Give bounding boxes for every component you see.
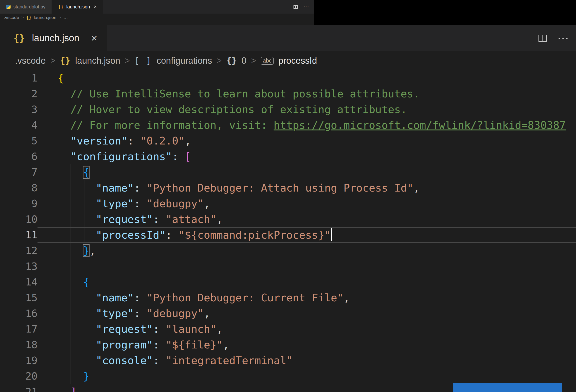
line-number[interactable]: 9 bbox=[0, 196, 37, 211]
code-token: : bbox=[153, 354, 166, 367]
line-number[interactable]: 13 bbox=[0, 259, 37, 274]
code-token: https://go.microsoft.com/fwlink/?linkid=… bbox=[274, 119, 566, 131]
split-editor-icon[interactable] bbox=[293, 5, 298, 9]
code-token bbox=[58, 182, 96, 194]
array-symbol-icon: [ ] bbox=[135, 56, 152, 66]
code-token: , bbox=[216, 323, 223, 335]
code-line[interactable]: 2 // Use IntelliSense to learn about pos… bbox=[0, 86, 576, 102]
line-content: // Use IntelliSense to learn about possi… bbox=[37, 86, 576, 102]
breadcrumb-item-processid[interactable]: processId bbox=[278, 56, 317, 66]
tab-launch-json-zoomed[interactable]: {} launch.json × bbox=[0, 25, 107, 51]
line-number[interactable]: 12 bbox=[0, 243, 37, 259]
line-number[interactable]: 4 bbox=[0, 117, 37, 133]
line-number[interactable]: 5 bbox=[0, 133, 37, 149]
close-icon[interactable]: × bbox=[91, 32, 97, 44]
line-number[interactable]: 7 bbox=[0, 164, 37, 180]
code-token: "type" bbox=[96, 307, 134, 320]
line-content: "program": "${file}", bbox=[37, 337, 576, 353]
line-content bbox=[37, 259, 576, 274]
line-number[interactable]: 8 bbox=[0, 180, 37, 196]
line-content: { bbox=[37, 164, 576, 180]
text-cursor bbox=[331, 228, 332, 241]
code-token: "name" bbox=[96, 182, 134, 194]
code-line[interactable]: 18 "program": "${file}", bbox=[0, 337, 576, 353]
code-token: // For more information, visit: bbox=[70, 119, 274, 131]
code-editor[interactable]: 1{2 // Use IntelliSense to learn about p… bbox=[0, 70, 576, 392]
tab-launch-json[interactable]: {} launch.json × bbox=[52, 0, 103, 14]
code-line[interactable]: 15 "name": "Python Debugger: Current Fil… bbox=[0, 290, 576, 306]
code-line[interactable]: 17 "request": "launch", bbox=[0, 321, 576, 337]
code-line[interactable]: 8 "name": "Python Debugger: Attach using… bbox=[0, 180, 576, 196]
code-line[interactable]: 11 "processId": "${command:pickProcess}" bbox=[0, 227, 576, 243]
code-line[interactable]: 21 ] bbox=[0, 384, 576, 392]
breadcrumb-item-file[interactable]: launch.json bbox=[75, 56, 120, 66]
code-token bbox=[58, 197, 96, 210]
code-token bbox=[58, 150, 70, 163]
breadcrumb-item-file[interactable]: launch.json bbox=[34, 15, 56, 20]
code-token bbox=[58, 229, 96, 241]
code-line[interactable]: 13 bbox=[0, 259, 576, 274]
line-number[interactable]: 6 bbox=[0, 149, 37, 164]
more-actions-icon[interactable]: ⋯ bbox=[303, 3, 309, 10]
breadcrumb-item-more[interactable]: … bbox=[63, 15, 68, 20]
line-number[interactable]: 3 bbox=[0, 102, 37, 117]
line-number[interactable]: 1 bbox=[0, 70, 37, 86]
empty-panel bbox=[314, 0, 576, 25]
line-number[interactable]: 14 bbox=[0, 274, 37, 290]
close-icon[interactable]: × bbox=[94, 4, 97, 10]
line-number[interactable]: 18 bbox=[0, 337, 37, 353]
code-line[interactable]: 1{ bbox=[0, 70, 576, 86]
code-token bbox=[58, 119, 70, 131]
code-line[interactable]: 4 // For more information, visit: https:… bbox=[0, 117, 576, 133]
code-line[interactable]: 10 "request": "attach", bbox=[0, 211, 576, 227]
code-line[interactable]: 3 // Hover to view descriptions of exist… bbox=[0, 102, 576, 117]
code-token: : bbox=[153, 213, 166, 226]
code-line[interactable]: 16 "type": "debugpy", bbox=[0, 306, 576, 321]
line-content: "name": "Python Debugger: Attach using P… bbox=[37, 180, 576, 196]
line-content: "console": "integratedTerminal" bbox=[37, 353, 576, 368]
code-token: , bbox=[223, 339, 229, 351]
code-line[interactable]: 7 { bbox=[0, 164, 576, 180]
code-token bbox=[58, 291, 96, 304]
more-actions-icon[interactable]: ⋯ bbox=[557, 31, 570, 45]
tab-bar-zoomed: {} launch.json × ⋯ bbox=[0, 25, 576, 51]
code-line[interactable]: 5 "version": "0.2.0", bbox=[0, 133, 576, 149]
line-content: } bbox=[37, 368, 576, 384]
line-number[interactable]: 11 bbox=[0, 227, 37, 243]
line-number[interactable]: 2 bbox=[0, 86, 37, 102]
line-number[interactable]: 17 bbox=[0, 321, 37, 337]
code-token: // Hover to view descriptions of existin… bbox=[70, 103, 407, 116]
code-token: { bbox=[58, 72, 64, 84]
code-token: "${file}" bbox=[166, 339, 223, 351]
code-line[interactable]: 6 "configurations": [ bbox=[0, 149, 576, 164]
code-token bbox=[58, 103, 70, 116]
line-content: { bbox=[37, 274, 576, 290]
breadcrumb-item-0[interactable]: 0 bbox=[241, 56, 246, 66]
line-content: "request": "launch", bbox=[37, 321, 576, 337]
split-editor-icon[interactable] bbox=[539, 35, 547, 42]
line-number[interactable]: 15 bbox=[0, 290, 37, 306]
line-number[interactable]: 19 bbox=[0, 353, 37, 368]
code-token: , bbox=[216, 213, 223, 226]
code-line[interactable]: 20 } bbox=[0, 368, 576, 384]
breadcrumb-item-configurations[interactable]: configurations bbox=[157, 56, 212, 66]
line-number[interactable]: 16 bbox=[0, 306, 37, 321]
code-token: : bbox=[134, 182, 146, 194]
editor-group-zoomed: {} launch.json × ⋯ .vscode > {} launch.j… bbox=[0, 25, 576, 392]
breadcrumb-item-vscode[interactable]: .vscode bbox=[15, 56, 46, 66]
line-number[interactable]: 10 bbox=[0, 211, 37, 227]
line-number[interactable]: 20 bbox=[0, 368, 37, 384]
tab-standardplot-py[interactable]: standardplot.py bbox=[0, 0, 52, 14]
code-line[interactable]: 12 }, bbox=[0, 243, 576, 259]
code-line[interactable]: 19 "console": "integratedTerminal" bbox=[0, 353, 576, 368]
line-content: "request": "attach", bbox=[37, 211, 576, 227]
breadcrumb-item-vscode[interactable]: .vscode bbox=[4, 15, 19, 20]
line-content: // Hover to view descriptions of existin… bbox=[37, 102, 576, 117]
code-line[interactable]: 14 { bbox=[0, 274, 576, 290]
code-token: [ bbox=[185, 150, 191, 163]
code-token: "debugpy" bbox=[146, 307, 204, 320]
line-number[interactable]: 21 bbox=[0, 384, 37, 392]
chevron-right-icon: > bbox=[58, 15, 61, 20]
code-line[interactable]: 9 "type": "debugpy", bbox=[0, 196, 576, 211]
line-content: }, bbox=[37, 243, 576, 259]
